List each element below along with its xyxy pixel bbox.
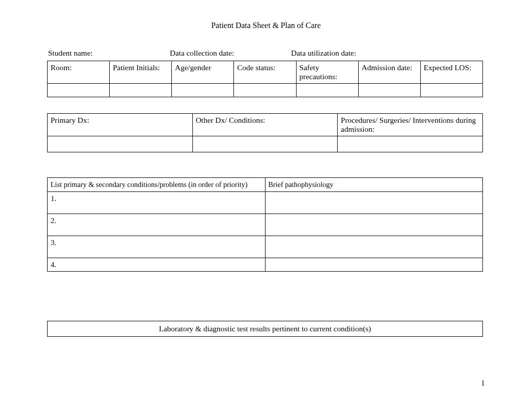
student-name-label: Student name: [48, 49, 170, 58]
age-gender-value [172, 84, 234, 97]
lab-results-table: Laboratory & diagnostic test results per… [47, 321, 483, 337]
expected-los-value [420, 84, 482, 97]
page-number: 1 [481, 378, 485, 387]
admission-value [358, 84, 420, 97]
condition-3: 3. [48, 236, 265, 258]
conditions-table: List primary & secondary conditions/prob… [47, 177, 483, 272]
patho-4 [265, 258, 482, 272]
room-label: Room: [48, 61, 110, 84]
other-dx-value [192, 136, 338, 152]
admission-label: Admission date: [358, 61, 420, 84]
code-status-label: Code status: [234, 61, 296, 84]
demographics-table: Room: Patient Initials: Age/gender Code … [47, 61, 483, 97]
pathophysiology-header: Brief pathophysiology [265, 178, 482, 192]
header-row: Student name: Data collection date: Data… [48, 49, 497, 58]
table-header-row: List primary & secondary conditions/prob… [48, 178, 483, 192]
initials-value [110, 84, 172, 97]
page-title: Patient Data Sheet & Plan of Care [0, 21, 532, 30]
table-row: Room: Patient Initials: Age/gender Code … [48, 61, 483, 84]
lab-results-header: Laboratory & diagnostic test results per… [48, 321, 483, 337]
patho-1 [265, 192, 482, 214]
table-row: 2. [48, 214, 483, 236]
table-row [48, 84, 483, 97]
diagnosis-table: Primary Dx: Other Dx/ Conditions: Proced… [47, 113, 483, 152]
safety-value [296, 84, 358, 97]
table-row: 4. [48, 258, 483, 272]
table-row: Laboratory & diagnostic test results per… [48, 321, 483, 337]
expected-los-label: Expected LOS: [420, 61, 482, 84]
condition-2: 2. [48, 214, 265, 236]
table-row: 3. [48, 236, 483, 258]
primary-dx-label: Primary Dx: [48, 114, 193, 136]
patho-2 [265, 214, 482, 236]
procedures-label: Procedures/ Surgeries/ Interventions dur… [338, 114, 483, 136]
table-row [48, 136, 483, 152]
room-value [48, 84, 110, 97]
code-status-value [234, 84, 296, 97]
table-row: 1. [48, 192, 483, 214]
other-dx-label: Other Dx/ Conditions: [192, 114, 338, 136]
table-row: Primary Dx: Other Dx/ Conditions: Proced… [48, 114, 483, 136]
conditions-header: List primary & secondary conditions/prob… [48, 178, 265, 192]
safety-label: Safety precautions: [296, 61, 358, 84]
patho-3 [265, 236, 482, 258]
primary-dx-value [48, 136, 193, 152]
age-gender-label: Age/gender [172, 61, 234, 84]
procedures-value [338, 136, 483, 152]
utilization-date-label: Data utilization date: [291, 49, 497, 58]
initials-label: Patient Initials: [110, 61, 172, 84]
condition-1: 1. [48, 192, 265, 214]
collection-date-label: Data collection date: [170, 49, 291, 58]
condition-4: 4. [48, 258, 265, 272]
